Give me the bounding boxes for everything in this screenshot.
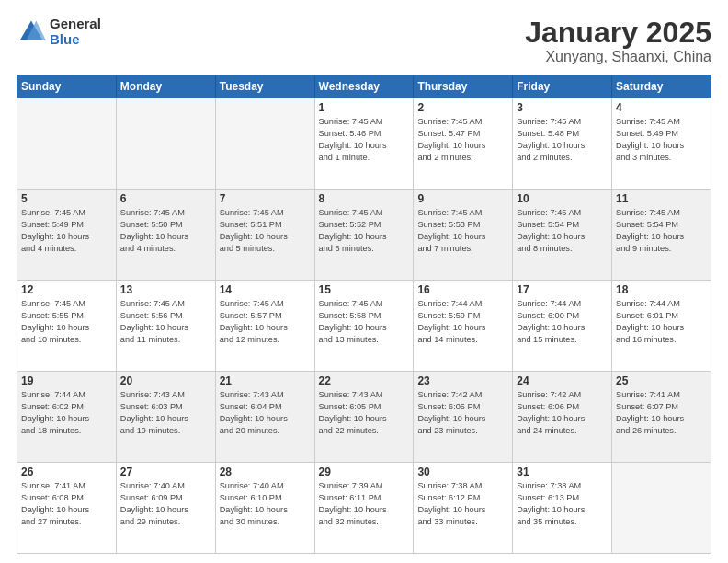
day-number: 10 bbox=[517, 192, 608, 205]
day-number: 4 bbox=[616, 101, 707, 114]
day-info: Sunrise: 7:41 AM Sunset: 6:07 PM Dayligh… bbox=[616, 389, 707, 437]
day-number: 1 bbox=[319, 101, 410, 114]
day-info: Sunrise: 7:42 AM Sunset: 6:06 PM Dayligh… bbox=[517, 389, 608, 437]
calendar-title: January 2025 bbox=[525, 17, 711, 49]
calendar-cell: 28Sunrise: 7:40 AM Sunset: 6:10 PM Dayli… bbox=[215, 463, 314, 554]
day-number: 8 bbox=[319, 192, 410, 205]
calendar-cell: 14Sunrise: 7:45 AM Sunset: 5:57 PM Dayli… bbox=[215, 281, 314, 372]
day-number: 25 bbox=[616, 374, 707, 387]
day-number: 7 bbox=[220, 192, 311, 205]
day-number: 19 bbox=[21, 374, 112, 387]
calendar-cell: 30Sunrise: 7:38 AM Sunset: 6:12 PM Dayli… bbox=[414, 463, 513, 554]
day-info: Sunrise: 7:44 AM Sunset: 6:02 PM Dayligh… bbox=[21, 389, 112, 437]
calendar-cell: 3Sunrise: 7:45 AM Sunset: 5:48 PM Daylig… bbox=[513, 98, 612, 190]
day-number: 13 bbox=[120, 283, 211, 296]
day-number: 6 bbox=[120, 192, 211, 205]
day-number: 20 bbox=[120, 374, 211, 387]
calendar-cell: 17Sunrise: 7:44 AM Sunset: 6:00 PM Dayli… bbox=[513, 281, 612, 372]
day-number: 18 bbox=[616, 283, 707, 296]
day-info: Sunrise: 7:42 AM Sunset: 6:05 PM Dayligh… bbox=[417, 389, 508, 437]
calendar-cell: 7Sunrise: 7:45 AM Sunset: 5:51 PM Daylig… bbox=[215, 190, 314, 281]
day-info: Sunrise: 7:39 AM Sunset: 6:11 PM Dayligh… bbox=[319, 480, 410, 528]
calendar-cell: 26Sunrise: 7:41 AM Sunset: 6:08 PM Dayli… bbox=[17, 463, 117, 554]
calendar-cell: 29Sunrise: 7:39 AM Sunset: 6:11 PM Dayli… bbox=[314, 463, 414, 554]
weekday-header-friday: Friday bbox=[513, 75, 612, 98]
title-block: January 2025 Xunyang, Shaanxi, China bbox=[525, 17, 711, 65]
day-number: 31 bbox=[517, 465, 608, 478]
page: General Blue January 2025 Xunyang, Shaan… bbox=[0, 0, 728, 563]
day-info: Sunrise: 7:41 AM Sunset: 6:08 PM Dayligh… bbox=[21, 480, 112, 528]
calendar-cell: 5Sunrise: 7:45 AM Sunset: 5:49 PM Daylig… bbox=[17, 190, 117, 281]
day-info: Sunrise: 7:45 AM Sunset: 5:55 PM Dayligh… bbox=[21, 298, 112, 346]
day-number: 21 bbox=[220, 374, 311, 387]
day-number: 9 bbox=[417, 192, 508, 205]
day-info: Sunrise: 7:40 AM Sunset: 6:09 PM Dayligh… bbox=[120, 480, 211, 528]
calendar-cell: 6Sunrise: 7:45 AM Sunset: 5:50 PM Daylig… bbox=[116, 190, 215, 281]
calendar-cell bbox=[116, 98, 215, 190]
calendar-header: SundayMondayTuesdayWednesdayThursdayFrid… bbox=[17, 75, 711, 98]
calendar-cell: 23Sunrise: 7:42 AM Sunset: 6:05 PM Dayli… bbox=[414, 372, 513, 463]
day-info: Sunrise: 7:44 AM Sunset: 6:01 PM Dayligh… bbox=[616, 298, 707, 346]
calendar-cell: 9Sunrise: 7:45 AM Sunset: 5:53 PM Daylig… bbox=[414, 190, 513, 281]
day-info: Sunrise: 7:38 AM Sunset: 6:12 PM Dayligh… bbox=[417, 480, 508, 528]
day-info: Sunrise: 7:43 AM Sunset: 6:04 PM Dayligh… bbox=[220, 389, 311, 437]
weekday-header-thursday: Thursday bbox=[414, 75, 513, 98]
calendar-cell bbox=[17, 98, 117, 190]
calendar-week-5: 26Sunrise: 7:41 AM Sunset: 6:08 PM Dayli… bbox=[17, 463, 711, 554]
calendar-cell: 1Sunrise: 7:45 AM Sunset: 5:46 PM Daylig… bbox=[314, 98, 414, 190]
calendar-body: 1Sunrise: 7:45 AM Sunset: 5:46 PM Daylig… bbox=[17, 98, 711, 554]
day-info: Sunrise: 7:45 AM Sunset: 5:57 PM Dayligh… bbox=[220, 298, 311, 346]
calendar-cell: 13Sunrise: 7:45 AM Sunset: 5:56 PM Dayli… bbox=[116, 281, 215, 372]
calendar-cell bbox=[612, 463, 711, 554]
weekday-header-row: SundayMondayTuesdayWednesdayThursdayFrid… bbox=[17, 75, 711, 98]
calendar-cell: 4Sunrise: 7:45 AM Sunset: 5:49 PM Daylig… bbox=[612, 98, 711, 190]
calendar-cell: 10Sunrise: 7:45 AM Sunset: 5:54 PM Dayli… bbox=[513, 190, 612, 281]
calendar-cell: 8Sunrise: 7:45 AM Sunset: 5:52 PM Daylig… bbox=[314, 190, 414, 281]
weekday-header-sunday: Sunday bbox=[17, 75, 117, 98]
logo-icon bbox=[17, 17, 46, 47]
day-number: 14 bbox=[220, 283, 311, 296]
day-number: 2 bbox=[417, 101, 508, 114]
weekday-header-tuesday: Tuesday bbox=[215, 75, 314, 98]
calendar-cell: 16Sunrise: 7:44 AM Sunset: 5:59 PM Dayli… bbox=[414, 281, 513, 372]
day-number: 24 bbox=[517, 374, 608, 387]
day-info: Sunrise: 7:45 AM Sunset: 5:49 PM Dayligh… bbox=[21, 207, 112, 255]
day-info: Sunrise: 7:45 AM Sunset: 5:47 PM Dayligh… bbox=[417, 116, 508, 164]
day-number: 5 bbox=[21, 192, 112, 205]
calendar-table: SundayMondayTuesdayWednesdayThursdayFrid… bbox=[17, 75, 711, 554]
weekday-header-saturday: Saturday bbox=[612, 75, 711, 98]
day-info: Sunrise: 7:44 AM Sunset: 6:00 PM Dayligh… bbox=[517, 298, 608, 346]
day-info: Sunrise: 7:40 AM Sunset: 6:10 PM Dayligh… bbox=[220, 480, 311, 528]
calendar-cell: 18Sunrise: 7:44 AM Sunset: 6:01 PM Dayli… bbox=[612, 281, 711, 372]
logo-blue: Blue bbox=[50, 32, 101, 48]
day-info: Sunrise: 7:45 AM Sunset: 5:58 PM Dayligh… bbox=[319, 298, 410, 346]
day-number: 17 bbox=[517, 283, 608, 296]
calendar-cell: 11Sunrise: 7:45 AM Sunset: 5:54 PM Dayli… bbox=[612, 190, 711, 281]
weekday-header-wednesday: Wednesday bbox=[314, 75, 414, 98]
calendar-cell: 25Sunrise: 7:41 AM Sunset: 6:07 PM Dayli… bbox=[612, 372, 711, 463]
calendar-cell: 15Sunrise: 7:45 AM Sunset: 5:58 PM Dayli… bbox=[314, 281, 414, 372]
calendar-cell: 31Sunrise: 7:38 AM Sunset: 6:13 PM Dayli… bbox=[513, 463, 612, 554]
weekday-header-monday: Monday bbox=[116, 75, 215, 98]
day-number: 22 bbox=[319, 374, 410, 387]
logo-general: General bbox=[50, 17, 101, 32]
day-info: Sunrise: 7:45 AM Sunset: 5:52 PM Dayligh… bbox=[319, 207, 410, 255]
calendar-subtitle: Xunyang, Shaanxi, China bbox=[525, 49, 711, 65]
day-number: 29 bbox=[319, 465, 410, 478]
calendar-week-1: 1Sunrise: 7:45 AM Sunset: 5:46 PM Daylig… bbox=[17, 98, 711, 190]
day-number: 11 bbox=[616, 192, 707, 205]
calendar-cell: 21Sunrise: 7:43 AM Sunset: 6:04 PM Dayli… bbox=[215, 372, 314, 463]
day-number: 27 bbox=[120, 465, 211, 478]
day-info: Sunrise: 7:38 AM Sunset: 6:13 PM Dayligh… bbox=[517, 480, 608, 528]
calendar-cell: 19Sunrise: 7:44 AM Sunset: 6:02 PM Dayli… bbox=[17, 372, 117, 463]
calendar-week-3: 12Sunrise: 7:45 AM Sunset: 5:55 PM Dayli… bbox=[17, 281, 711, 372]
day-info: Sunrise: 7:45 AM Sunset: 5:54 PM Dayligh… bbox=[616, 207, 707, 255]
calendar-cell bbox=[215, 98, 314, 190]
calendar-week-4: 19Sunrise: 7:44 AM Sunset: 6:02 PM Dayli… bbox=[17, 372, 711, 463]
day-info: Sunrise: 7:45 AM Sunset: 5:56 PM Dayligh… bbox=[120, 298, 211, 346]
day-number: 23 bbox=[417, 374, 508, 387]
calendar-week-2: 5Sunrise: 7:45 AM Sunset: 5:49 PM Daylig… bbox=[17, 190, 711, 281]
day-info: Sunrise: 7:45 AM Sunset: 5:46 PM Dayligh… bbox=[319, 116, 410, 164]
calendar-cell: 22Sunrise: 7:43 AM Sunset: 6:05 PM Dayli… bbox=[314, 372, 414, 463]
day-number: 12 bbox=[21, 283, 112, 296]
